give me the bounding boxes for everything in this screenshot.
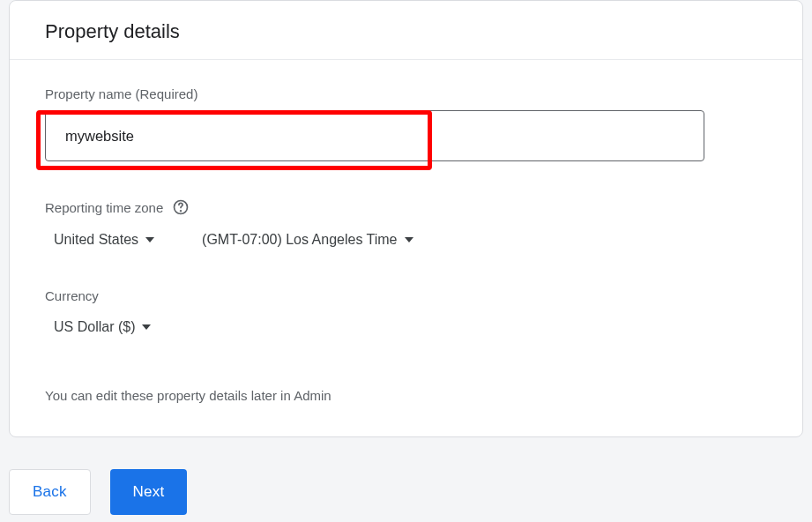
property-name-label: Property name (Required) <box>45 86 767 101</box>
timezone-label-text: Reporting time zone <box>45 200 163 215</box>
timezone-zone-value: (GMT-07:00) Los Angeles Time <box>202 232 397 248</box>
timezone-section: Reporting time zone United States (GMT-0… <box>45 198 767 251</box>
svg-point-1 <box>181 211 182 212</box>
property-details-card: Property details Property name (Required… <box>9 0 803 437</box>
card-header: Property details <box>10 1 802 60</box>
button-row: Back Next <box>0 437 812 515</box>
currency-dropdown[interactable]: US Dollar ($) <box>54 316 151 339</box>
hint-text: You can edit these property details late… <box>45 388 767 403</box>
help-icon[interactable] <box>172 198 190 216</box>
next-button[interactable]: Next <box>110 469 188 515</box>
currency-value: US Dollar ($) <box>54 319 135 335</box>
currency-section: Currency US Dollar ($) <box>45 288 767 339</box>
page-title: Property details <box>45 20 767 43</box>
card-body: Property name (Required) Reporting time … <box>10 60 802 436</box>
currency-dropdown-row: US Dollar ($) <box>54 316 767 339</box>
chevron-down-icon <box>145 237 154 242</box>
property-name-input-wrapper <box>45 110 767 161</box>
chevron-down-icon <box>142 324 151 330</box>
chevron-down-icon <box>405 237 413 242</box>
property-name-input[interactable] <box>45 110 704 161</box>
timezone-country-value: United States <box>54 232 138 248</box>
timezone-dropdown-row: United States (GMT-07:00) Los Angeles Ti… <box>54 228 767 251</box>
timezone-zone-dropdown[interactable]: (GMT-07:00) Los Angeles Time <box>202 228 413 251</box>
back-button[interactable]: Back <box>9 469 91 515</box>
currency-label: Currency <box>45 288 767 303</box>
timezone-label: Reporting time zone <box>45 198 767 216</box>
timezone-country-dropdown[interactable]: United States <box>54 228 154 251</box>
